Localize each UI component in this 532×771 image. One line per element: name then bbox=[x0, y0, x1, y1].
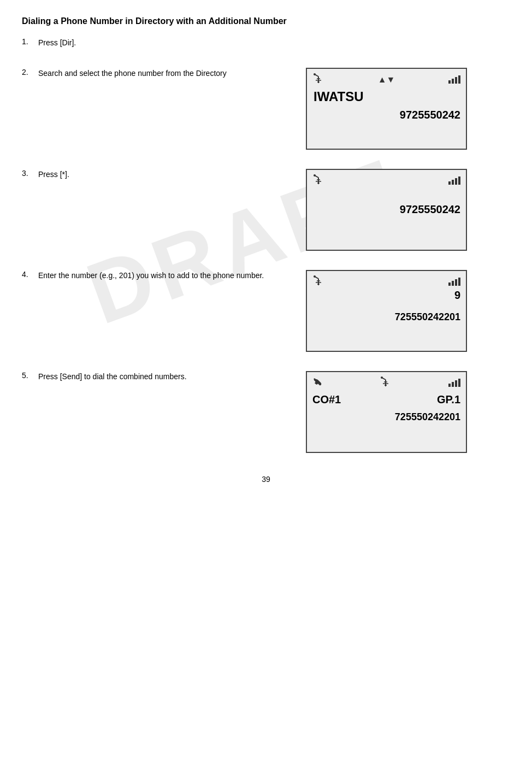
page-number: 39 bbox=[22, 475, 510, 484]
signal-bars-1 bbox=[448, 75, 460, 84]
signal-bars-3 bbox=[448, 278, 460, 286]
display-s3-bottomnum: 725550242201 bbox=[312, 311, 460, 323]
bar-6 bbox=[452, 180, 454, 185]
step-4-screen: 9 725550242201 bbox=[306, 270, 467, 352]
step-1-number: 1. bbox=[22, 37, 38, 46]
display-name-1: IWATSU bbox=[312, 89, 460, 104]
display-number-2: 9725550242 bbox=[312, 203, 460, 216]
step-2-text: Search and select the phone number from … bbox=[38, 68, 306, 79]
bar-1 bbox=[448, 80, 451, 84]
display-s4-corow: CO#1 GP.1 bbox=[312, 393, 460, 406]
bar-9 bbox=[448, 282, 451, 286]
step-5: 5. Press [Send] to dial the combined num… bbox=[22, 371, 510, 453]
step-3-number: 3. bbox=[22, 169, 38, 178]
phone-display-3: 9 725550242201 bbox=[306, 270, 467, 352]
step-2-number: 2. bbox=[22, 68, 38, 76]
display-topbar-4 bbox=[312, 376, 460, 389]
bar-2 bbox=[452, 79, 454, 84]
step-4: 4. Enter the number (e.g., 201) you wish… bbox=[22, 270, 510, 352]
step-3-screen: 9725550242 bbox=[306, 169, 467, 251]
page-title: Dialing a Phone Number in Directory with… bbox=[22, 16, 510, 26]
battery-icon-1 bbox=[448, 75, 460, 84]
step-3-label: Press [*]. bbox=[38, 170, 69, 179]
bar-11 bbox=[455, 279, 457, 286]
step-1-label: Press [Dir]. bbox=[38, 38, 76, 47]
antenna-icon-1 bbox=[312, 73, 324, 86]
step-5-content: Press [Send] to dial the combined number… bbox=[38, 371, 510, 453]
svg-point-8 bbox=[314, 174, 316, 176]
bar-7 bbox=[455, 178, 457, 185]
bar-16 bbox=[458, 379, 460, 387]
battery-icon-4 bbox=[448, 379, 460, 387]
step-3-text: Press [*]. bbox=[38, 169, 306, 180]
arrows-icon-1: ▲▼ bbox=[378, 75, 395, 85]
bar-13 bbox=[448, 384, 451, 387]
bar-15 bbox=[455, 380, 457, 387]
bar-10 bbox=[452, 281, 454, 286]
step-1-content: Press [Dir]. bbox=[38, 37, 510, 49]
signal-bars-2 bbox=[448, 176, 460, 185]
step-3: 3. Press [*]. bbox=[22, 169, 510, 251]
svg-point-20 bbox=[381, 376, 383, 379]
display-gp-label: GP.1 bbox=[437, 393, 460, 406]
step-1: 1. Press [Dir]. bbox=[22, 37, 510, 49]
battery-icon-2 bbox=[448, 176, 460, 185]
step-2-label: Search and select the phone number from … bbox=[38, 69, 227, 78]
display-co-label: CO#1 bbox=[312, 393, 341, 406]
step-5-label: Press [Send] to dial the combined number… bbox=[38, 372, 187, 381]
step-2-content: Search and select the phone number from … bbox=[38, 68, 510, 150]
step-5-text: Press [Send] to dial the combined number… bbox=[38, 371, 306, 382]
bar-4 bbox=[458, 75, 460, 84]
step-4-content: Enter the number (e.g., 201) you wish to… bbox=[38, 270, 510, 352]
display-topbar-3 bbox=[312, 275, 460, 288]
bar-3 bbox=[455, 77, 457, 84]
step-4-text: Enter the number (e.g., 201) you wish to… bbox=[38, 270, 306, 281]
step-1-text: Press [Dir]. bbox=[38, 37, 306, 49]
svg-point-14 bbox=[314, 275, 316, 278]
display-s4-num: 725550242201 bbox=[312, 411, 460, 423]
step-2-screen: ▲▼ bbox=[306, 68, 467, 150]
battery-icon-3 bbox=[448, 278, 460, 286]
antenna-icon-3 bbox=[312, 275, 324, 288]
bar-8 bbox=[458, 176, 460, 185]
bar-14 bbox=[452, 382, 454, 387]
svg-point-2 bbox=[314, 73, 316, 75]
phone-display-4: CO#1 GP.1 725550242201 bbox=[306, 371, 467, 453]
display-number-1: 9725550242 bbox=[312, 109, 460, 121]
display-topbar-2 bbox=[312, 174, 460, 187]
bar-5 bbox=[448, 181, 451, 185]
step-4-number: 4. bbox=[22, 270, 38, 279]
display-topbar-1: ▲▼ bbox=[312, 73, 460, 86]
step-5-number: 5. bbox=[22, 371, 38, 380]
display-s3-topnum: 9 bbox=[312, 289, 460, 302]
phone-display-2: 9725550242 bbox=[306, 169, 467, 251]
step-4-label: Enter the number (e.g., 201) you wish to… bbox=[38, 271, 264, 280]
handset-icon-s4 bbox=[312, 377, 322, 389]
signal-bars-4 bbox=[448, 379, 460, 387]
step-5-screen: CO#1 GP.1 725550242201 bbox=[306, 371, 467, 453]
antenna-icon-4 bbox=[380, 376, 392, 389]
phone-display-1: ▲▼ bbox=[306, 68, 467, 150]
bar-12 bbox=[458, 278, 460, 286]
step-2: 2. Search and select the phone number fr… bbox=[22, 68, 510, 150]
steps-list: 1. Press [Dir]. 2. Search and select the… bbox=[22, 37, 510, 453]
antenna-icon-2 bbox=[312, 174, 324, 187]
step-3-content: Press [*]. bbox=[38, 169, 510, 251]
